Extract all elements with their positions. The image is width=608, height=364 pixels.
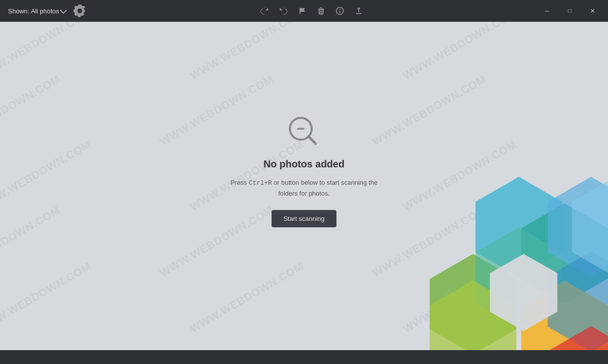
watermark-text: WWW.WEBDOWN.COM [0, 22, 93, 83]
rotate-left-button[interactable] [256, 3, 274, 19]
maximize-button[interactable]: □ [558, 3, 581, 19]
delete-button[interactable] [312, 3, 330, 19]
svg-rect-1 [339, 10, 340, 13]
watermark-text: WWW.WEBDOWN.COM [188, 260, 306, 335]
delete-icon [317, 6, 326, 15]
svg-marker-10 [521, 280, 608, 350]
watermark-text: WWW.WEBDOWN.COM [0, 138, 93, 214]
export-icon [354, 6, 363, 15]
watermark-text: WWW.WEBDOWN.COM [401, 138, 519, 214]
watermark-text: WWW.WEBDOWN.COM [401, 260, 519, 335]
flag-icon [298, 6, 307, 15]
bottombar [0, 350, 608, 364]
svg-marker-8 [430, 254, 516, 350]
titlebar-left: Shown: All photos [4, 3, 88, 19]
svg-marker-9 [475, 227, 562, 327]
close-icon: ✕ [590, 7, 595, 14]
no-photos-title: No photos added [264, 158, 344, 170]
gear-icon [72, 3, 88, 19]
svg-marker-7 [521, 204, 608, 304]
desc-line2: folders for photos. [278, 190, 330, 197]
export-button[interactable] [350, 3, 368, 19]
maximize-icon: □ [568, 7, 571, 14]
chevron-down-icon [60, 6, 67, 13]
svg-marker-17 [572, 177, 608, 277]
flag-button[interactable] [293, 3, 311, 19]
no-results-icon [287, 115, 322, 150]
info-icon [335, 6, 344, 15]
watermark-text: WWW.WEBDOWN.COM [370, 204, 489, 280]
watermark-text: WWW.WEBDOWN.COM [188, 22, 306, 83]
settings-button[interactable] [72, 3, 88, 19]
titlebar: Shown: All photos [0, 0, 608, 22]
desc-line1: Press Ctrl+R or button below to start sc… [230, 179, 378, 186]
window-controls: ─ □ ✕ [536, 3, 604, 19]
svg-marker-12 [548, 177, 608, 277]
watermark-text: WWW.WEBDOWN.COM [0, 72, 63, 148]
main-content: WWW.WEBDOWN.COM WWW.WEBDOWN.COM WWW.WEBD… [0, 22, 608, 350]
no-photos-description: Press Ctrl+R or button below to start sc… [230, 178, 378, 199]
shown-all-photos-button[interactable]: Shown: All photos [4, 5, 70, 17]
shown-label-text: Shown: All photos [8, 7, 59, 15]
svg-point-2 [339, 9, 340, 10]
minimize-icon: ─ [545, 7, 550, 14]
watermark-text: WWW.WEBDOWN.COM [0, 260, 93, 335]
svg-marker-6 [475, 177, 562, 277]
close-button[interactable]: ✕ [581, 3, 604, 19]
svg-marker-15 [548, 326, 608, 350]
titlebar-icons [256, 3, 368, 19]
minimize-button[interactable]: ─ [536, 3, 558, 19]
svg-line-5 [309, 137, 316, 144]
rotate-right-button[interactable] [275, 3, 292, 19]
rotate-left-icon [260, 6, 269, 15]
watermark-text: WWW.WEBDOWN.COM [401, 22, 519, 83]
start-scanning-button[interactable]: Start scanning [272, 210, 336, 227]
svg-marker-14 [490, 254, 557, 331]
hex-graphic [425, 177, 608, 350]
rotate-right-icon [279, 6, 288, 15]
empty-state: No photos added Press Ctrl+R or button b… [230, 115, 378, 227]
svg-marker-13 [548, 252, 608, 350]
watermark-text: WWW.WEBDOWN.COM [0, 204, 63, 280]
watermark-text: WWW.WEBDOWN.COM [370, 72, 489, 148]
info-button[interactable] [331, 3, 349, 19]
svg-marker-11 [430, 280, 516, 350]
